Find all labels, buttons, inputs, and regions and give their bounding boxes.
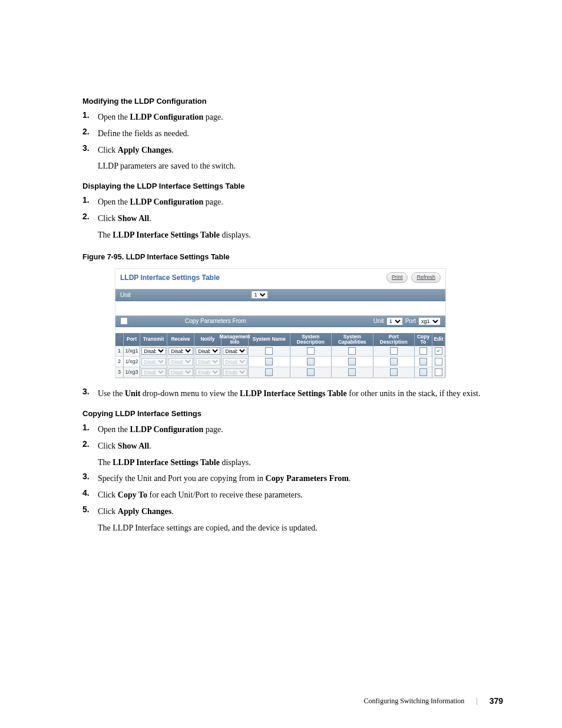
select-all-checkbox[interactable] [120,317,128,325]
col-edit: Edit [432,333,445,347]
step-number: 5. [82,505,92,535]
copyto-checkbox[interactable] [419,347,427,355]
sysname-checkbox[interactable] [265,347,273,355]
step-number: 4. [82,488,92,502]
syscap-checkbox [348,358,356,365]
sysdesc-checkbox [307,358,315,365]
col-transmit: Transmit [140,333,167,347]
copy-params-label: Copy Parameters From [144,318,373,324]
state-select: Disable [168,358,193,365]
list-item: 1.Open the LLDP Configuration page. [82,423,503,437]
sysname-checkbox [265,358,273,365]
list-item: 3.Specify the Unit and Port you are copy… [82,472,503,486]
sysname-checkbox [265,368,273,376]
copy-unit-select[interactable]: 1 [386,317,403,325]
portdesc-checkbox [390,358,398,365]
copy-port-label: Port [405,318,416,324]
list-item: 3. Use the Unit drop-down menu to view t… [82,387,503,401]
table-header-row: Port Transmit Receive Notify Management … [115,333,445,347]
row-port: 1/xg1 [124,346,140,356]
step-number: 2. [82,212,92,242]
copyto-checkbox [419,368,427,376]
row-port: 1/xg2 [124,357,140,367]
row-index: 2 [115,357,124,367]
sysdesc-checkbox[interactable] [307,347,315,355]
row-port: 1/xg3 [124,367,140,377]
edit-checkbox[interactable]: ✔ [435,347,442,355]
row-index: 1 [115,346,124,356]
list-item: 3.Click Apply Changes.LLDP parameters ar… [82,143,503,174]
settings-table: Port Transmit Receive Notify Management … [115,333,445,378]
table-row: 21/xg2DisableDisableDisableDisable [115,357,445,367]
state-select: Disable [196,358,220,365]
sysdesc-checkbox [307,368,315,376]
steps-list: 1.Open the LLDP Configuration page.2.Cli… [82,423,503,535]
step-number: 3. [82,387,92,401]
state-select: Disable [223,358,247,365]
col-mgmt: Management Info [222,333,249,347]
col-sysname: System Name [249,333,290,347]
steps-list: 1.Open the LLDP Configuration page.2.Cli… [82,195,503,242]
step-number: 1. [82,195,92,209]
state-select: Disable [141,368,166,376]
table-row: 31/xg3DisableDisableEnableEnable [115,367,445,378]
section-heading: Modifying the LLDP Configuration [82,97,503,106]
list-item: 1.Open the LLDP Configuration page. [82,110,503,124]
page-footer: Configuring Switching Information | 379 [364,696,503,706]
portdesc-checkbox [390,368,398,376]
col-port: Port [124,333,140,347]
list-item: 4.Click Copy To for each Unit/Port to re… [82,488,503,502]
col-receive: Receive [167,333,194,347]
footer-section: Configuring Switching Information [364,697,465,706]
state-select: Disable [168,368,193,376]
col-notify: Notify [194,333,222,347]
syscap-checkbox[interactable] [348,347,356,355]
print-button[interactable]: Print [386,272,408,283]
col-copyto: Copy To [415,333,432,347]
state-select[interactable]: Disable [168,347,193,355]
panel-title: LLDP Interface Settings Table [120,274,220,282]
section-heading: Displaying the LLDP Interface Settings T… [82,182,503,190]
steps-list: 1.Open the LLDP Configuration page.2.Def… [82,110,503,173]
step-number: 2. [82,439,92,470]
step-number: 1. [82,423,92,437]
state-select[interactable]: Disable [196,347,220,355]
row-index: 3 [115,367,124,377]
table-row: 11/xg1DisableDisableDisableDisable✔ [115,346,445,357]
state-select: Enable [223,368,247,376]
refresh-button[interactable]: Refresh [411,272,441,283]
lldp-settings-screenshot: LLDP Interface Settings Table Print Refr… [115,268,446,379]
list-item: 5.Click Apply Changes.The LLDP Interface… [82,505,503,535]
state-select[interactable]: Disable [223,347,247,355]
figure-caption: Figure 7-95. LLDP Interface Settings Tab… [82,253,503,261]
edit-checkbox[interactable] [435,368,442,376]
col-sysdesc: System Description [290,333,332,347]
state-select[interactable]: Disable [141,347,166,355]
edit-checkbox[interactable] [435,358,442,365]
page-number: 379 [490,696,503,706]
syscap-checkbox [348,368,356,376]
list-item: 2.Click Show All.The LLDP Interface Sett… [82,439,503,470]
list-item: 2.Define the fields as needed. [82,127,503,141]
step-number: 3. [82,472,92,486]
copyto-checkbox [419,358,427,365]
state-select: Enable [196,368,220,376]
portdesc-checkbox[interactable] [390,347,398,355]
unit-select[interactable]: 1 [252,291,268,299]
section-heading: Copying LLDP Interface Settings [82,409,503,418]
copy-unit-label: Unit [373,318,384,324]
step-number: 2. [82,127,92,141]
list-item: 2.Click Show All.The LLDP Interface Sett… [82,212,503,242]
copy-port-select[interactable]: xg1 [418,317,441,325]
state-select: Disable [141,358,166,365]
list-item: 1.Open the LLDP Configuration page. [82,195,503,209]
footer-separator: | [476,697,477,706]
step-number: 1. [82,110,92,124]
step-number: 3. [82,143,92,174]
unit-label: Unit [120,292,131,298]
col-syscap: System Capabilities [332,333,373,347]
col-portdesc: Port Description [373,333,415,347]
